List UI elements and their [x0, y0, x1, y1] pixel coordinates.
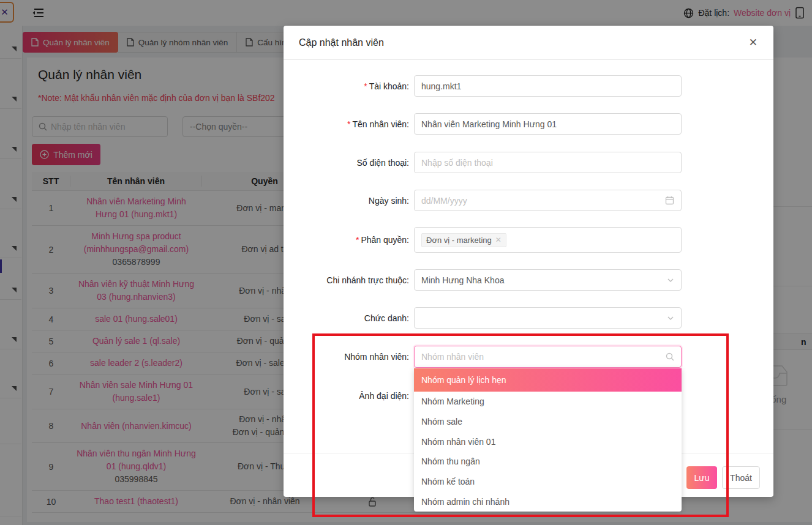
required-mark: *	[347, 119, 350, 129]
save-button[interactable]: Lưu	[686, 466, 717, 489]
position-label: Chức danh:	[284, 313, 409, 323]
calendar-icon[interactable]	[665, 196, 674, 205]
phone-input[interactable]	[421, 158, 674, 168]
role-tag-label: Đơn vị - marketing	[426, 236, 492, 245]
role-tag: Đơn vị - marketing ✕	[421, 233, 506, 247]
employee-name-input[interactable]	[421, 119, 674, 129]
close-icon[interactable]: ✕	[745, 35, 761, 50]
branch-label: Chi nhánh trực thuộc:	[284, 275, 409, 285]
chevron-down-icon	[667, 277, 674, 284]
search-icon	[666, 352, 674, 361]
phone-label: Số điện thoại:	[284, 158, 409, 168]
group-label: Nhóm nhân viên:	[284, 352, 409, 362]
group-search-input[interactable]	[421, 352, 666, 362]
group-option[interactable]: Nhóm admin chi nhánh	[414, 491, 682, 512]
group-option[interactable]: Nhóm sale	[414, 412, 682, 432]
exit-button[interactable]: Thoát	[722, 466, 760, 489]
account-label: *Tài khoản:	[284, 81, 409, 91]
account-input[interactable]	[421, 81, 674, 91]
group-option[interactable]: Nhóm nhân viên 01	[414, 431, 682, 452]
position-select[interactable]	[414, 307, 682, 329]
branch-select-value: Minh Hưng Nha Khoa	[421, 275, 504, 285]
role-label: *Phân quyền:	[284, 235, 409, 245]
group-option[interactable]: Nhóm Marketing	[414, 392, 682, 412]
group-option[interactable]: Nhóm thu ngân	[414, 452, 682, 472]
remove-tag-icon[interactable]: ✕	[495, 236, 502, 244]
app-root: ✕ Đặt	[0, 0, 812, 525]
required-mark: *	[356, 235, 359, 245]
employee-name-label: *Tên nhân viên:	[284, 119, 409, 129]
chevron-down-icon	[667, 315, 674, 322]
dob-label: Ngày sinh:	[284, 196, 409, 206]
required-mark: *	[364, 81, 367, 91]
group-option[interactable]: Nhóm quản lý lịch hẹn	[414, 368, 682, 392]
branch-select[interactable]: Minh Hưng Nha Khoa	[414, 269, 682, 291]
group-dropdown: Nhóm quản lý lịch hẹn Nhóm Marketing Nhó…	[414, 368, 682, 512]
modal-title: Cập nhật nhân viên	[284, 26, 773, 60]
avatar-label: Ảnh đại diện:	[284, 391, 409, 401]
group-option[interactable]: Nhóm kế toán	[414, 472, 682, 492]
update-employee-modal: Cập nhật nhân viên ✕ *Tài khoản: *Tên nh…	[284, 26, 773, 497]
role-multiselect[interactable]: Đơn vị - marketing ✕	[414, 227, 682, 253]
group-search-select[interactable]	[414, 346, 682, 368]
dob-input[interactable]	[421, 196, 665, 206]
